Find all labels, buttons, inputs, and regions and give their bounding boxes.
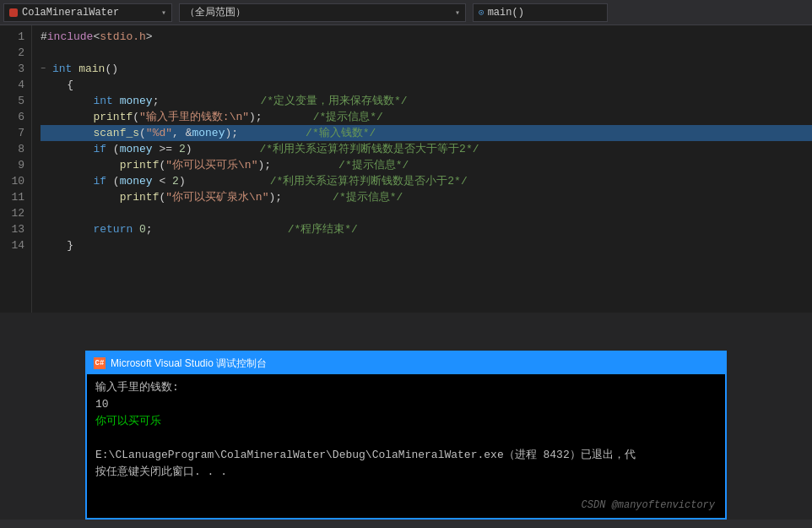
line-num-2: 2	[7, 45, 24, 61]
console-line-4	[95, 430, 717, 447]
console-icon: C#	[94, 357, 106, 369]
line-num-14: 14	[7, 237, 24, 253]
console-line-5: E:\CLanuageProgram\ColaMineralWater\Debu…	[95, 447, 717, 464]
code-line-11: printf("你可以买矿泉水\n"); /*提示信息*/	[41, 189, 812, 205]
line-num-6: 6	[7, 109, 24, 125]
line-num-13: 13	[7, 221, 24, 237]
line-num-1: 1	[7, 29, 24, 45]
console-container: C# Microsoft Visual Studio 调试控制台 输入手里的钱数…	[0, 351, 812, 520]
code-line-14: }	[41, 237, 812, 253]
console-title-bar: C# Microsoft Visual Studio 调试控制台	[87, 352, 725, 374]
console-body[interactable]: 输入手里的钱数: 10 你可以买可乐 E:\CLanuageProgram\Co…	[87, 374, 725, 518]
line-num-8: 8	[7, 141, 24, 157]
code-line-8: if (money >= 2) /*利用关系运算符判断钱数是否大于等于2*/	[41, 141, 812, 157]
console-line-6: 按任意键关闭此窗口. . .	[95, 464, 717, 481]
func-label: main()	[488, 7, 524, 19]
code-line-6: printf("输入手里的钱数:\n"); /*提示信息*/	[41, 109, 812, 125]
func-dropdown[interactable]: ⊙ main()	[473, 3, 608, 22]
scope-dropdown-arrow: ▾	[455, 8, 460, 18]
console-line-2: 10	[95, 396, 717, 413]
file-icon	[9, 8, 18, 17]
console-title: Microsoft Visual Studio 调试控制台	[111, 357, 267, 371]
watermark: CSDN @manyoftenvictory	[582, 499, 715, 511]
collapse-icon: −	[41, 61, 49, 77]
line-num-5: 5	[7, 93, 24, 109]
scope-label: （全局范围）	[185, 5, 246, 19]
file-dropdown-arrow: ▾	[161, 8, 166, 18]
file-label: ColaMineralWater	[22, 7, 119, 19]
code-line-4: {	[41, 77, 812, 93]
line-num-11: 11	[7, 189, 24, 205]
code-line-12	[41, 205, 812, 221]
code-line-7: scanf_s("%d", &money); /*输入钱数*/	[41, 125, 812, 141]
console-line-3: 你可以买可乐	[95, 413, 717, 430]
code-line-1: #include<stdio.h>	[41, 29, 812, 45]
line-numbers: 1 2 3 4 5 6 7 8 9 10 11 12 13 14	[0, 25, 32, 313]
file-dropdown[interactable]: ColaMineralWater ▾	[3, 3, 172, 22]
code-line-13: return 0; /*程序结束*/	[41, 221, 812, 237]
line-num-7: 7	[7, 125, 24, 141]
top-bar: ColaMineralWater ▾ （全局范围） ▾ ⊙ main()	[0, 0, 812, 25]
line-num-9: 9	[7, 157, 24, 173]
scope-dropdown[interactable]: （全局范围） ▾	[179, 3, 466, 22]
code-line-9: printf("你可以买可乐\n"); /*提示信息*/	[41, 157, 812, 173]
line-num-3: 3	[7, 61, 24, 77]
code-line-5: int money; /*定义变量，用来保存钱数*/	[41, 93, 812, 109]
func-icon: ⊙	[479, 7, 484, 18]
console-line-1: 输入手里的钱数:	[95, 379, 717, 396]
line-num-12: 12	[7, 205, 24, 221]
line-num-10: 10	[7, 173, 24, 189]
separator	[0, 313, 812, 351]
line-num-4: 4	[7, 77, 24, 93]
console-window: C# Microsoft Visual Studio 调试控制台 输入手里的钱数…	[85, 351, 727, 520]
code-line-3: −int main()	[41, 61, 812, 77]
editor-area: 1 2 3 4 5 6 7 8 9 10 11 12 13 14 #includ…	[0, 25, 812, 313]
code-line-10: if (money < 2) /*利用关系运算符判断钱数是否小于2*/	[41, 173, 812, 189]
code-line-2	[41, 45, 812, 61]
code-area[interactable]: #include<stdio.h> −int main() { int mone…	[32, 25, 812, 313]
